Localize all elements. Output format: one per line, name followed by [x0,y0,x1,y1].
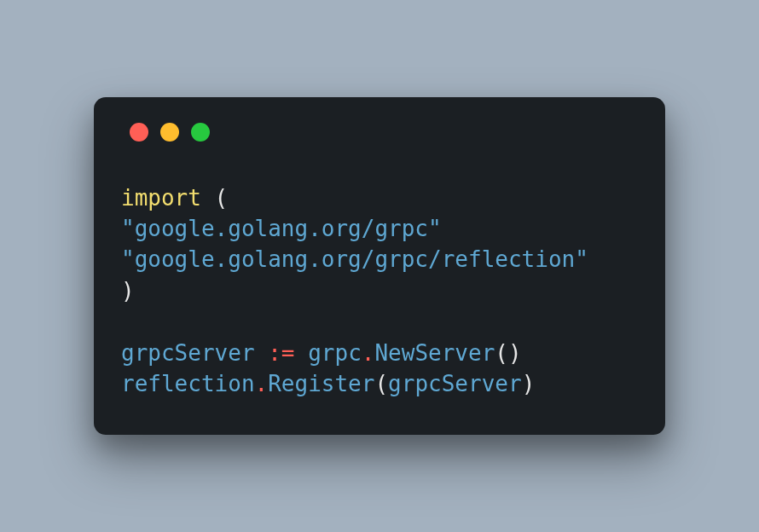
code-token: grpcServer [121,340,255,366]
code-token: import [121,185,201,211]
code-window: import ( "google.golang.org/grpc" "googl… [94,97,665,436]
code-token [255,340,269,366]
code-line: reflection.Register(grpcServer) [121,371,535,396]
code-token: grpc [308,340,362,366]
code-token: grpcServer [388,371,522,396]
code-token: ( [215,185,229,211]
code-token: () [495,340,521,366]
code-line: "google.golang.org/grpc" [121,216,442,241]
code-token: "google.golang.org/grpc/reflection" [121,246,588,272]
code-line: ) [121,278,135,304]
window-traffic-lights [130,123,638,142]
code-token: . [255,371,269,396]
code-token: Register [268,371,374,396]
code-block: import ( "google.golang.org/grpc" "googl… [121,182,638,400]
code-line: grpcServer := grpc.NewServer() [121,340,522,366]
code-token [201,185,215,211]
code-token: NewServer [374,340,495,366]
code-token [295,340,309,366]
code-token: . [362,340,375,366]
code-token: ) [121,278,135,304]
code-line: "google.golang.org/grpc/reflection" [121,246,588,272]
code-token: := [268,340,294,366]
code-token: "google.golang.org/grpc" [121,216,442,241]
code-token: ) [522,371,536,396]
code-token: reflection [121,371,255,396]
code-token: ( [374,371,388,396]
zoom-icon[interactable] [191,123,210,142]
close-icon[interactable] [130,123,148,142]
code-line: import ( [121,185,228,211]
minimize-icon[interactable] [160,123,179,142]
